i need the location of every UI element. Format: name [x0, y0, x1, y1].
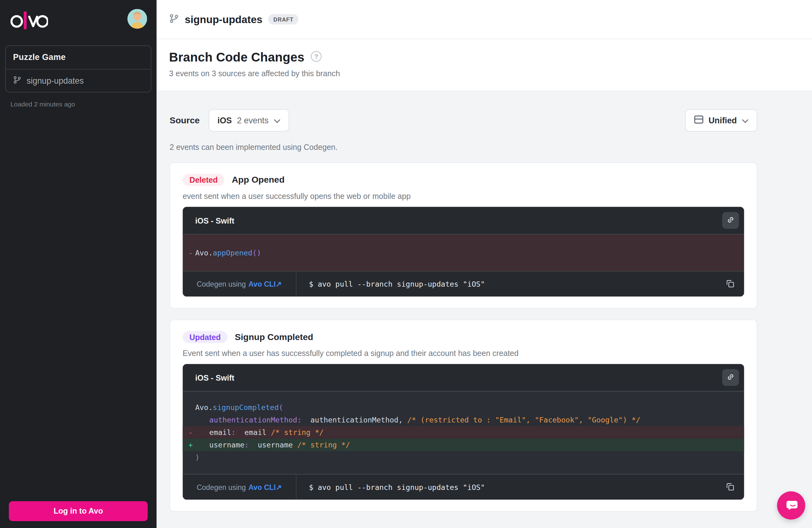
workspace-item[interactable]: Puzzle Game: [5, 46, 151, 69]
unified-view-icon: [694, 115, 704, 126]
sidebar: Puzzle Game signup-updates Loaded: [0, 0, 157, 528]
event-description: Event sent when a user has successfully …: [183, 349, 744, 357]
login-button[interactable]: Log in to Avo: [9, 501, 148, 521]
logo-pink-bar: [24, 12, 27, 29]
app-root: Puzzle Game signup-updates Loaded: [0, 0, 812, 528]
branch-title: signup-updates: [185, 13, 262, 25]
avo-cli-link[interactable]: Avo CLI↗: [248, 483, 282, 491]
code-diff: Avo.signupCompleted( authenticationMetho…: [183, 391, 744, 474]
codegen-footer: Codegen using Avo CLI↗ $ avo pull --bran…: [183, 271, 744, 297]
code-snippet: iOS - Swift: [183, 364, 744, 500]
code-line: Avo.signupCompleted(: [183, 401, 744, 413]
event-name: Signup Completed: [235, 332, 313, 342]
copy-icon: [725, 481, 735, 493]
event-card-signup-completed: Updated Signup Completed Event sent when…: [170, 319, 757, 512]
project-switcher: Puzzle Game signup-updates: [5, 45, 151, 92]
codegen-footer: Codegen using Avo CLI↗ $ avo pull --bran…: [183, 474, 744, 500]
link-icon: [726, 215, 735, 226]
chat-launcher-button[interactable]: [777, 491, 805, 519]
branch-icon: [13, 75, 21, 86]
code-line: ): [183, 451, 744, 464]
code-line-added: + username: username /* string */: [183, 439, 744, 451]
branch-icon: [169, 13, 179, 25]
event-name: App Opened: [232, 174, 285, 185]
page-title: Branch Code Changes: [169, 50, 305, 65]
copy-link-button[interactable]: [722, 212, 739, 229]
link-icon: [726, 372, 735, 383]
chat-bubble-icon: [783, 497, 799, 514]
code-line-removed: - email: email /* string */: [183, 426, 744, 439]
external-link-icon: ↗: [276, 280, 282, 288]
sidebar-branch-label: signup-updates: [27, 76, 84, 85]
loaded-status: Loaded 2 minutes ago: [10, 101, 156, 108]
diff-removed-sign: -: [188, 428, 193, 437]
source-label: Source: [170, 115, 199, 126]
view-mode-value: Unified: [709, 115, 737, 125]
cli-command: $ avo pull --branch signup-updates "iOS": [296, 280, 722, 288]
workspace-name: Puzzle Game: [13, 53, 66, 62]
status-badge: Deleted: [183, 174, 224, 186]
diff-removed-sign: -: [188, 248, 193, 257]
copy-command-button[interactable]: [722, 479, 738, 495]
code-snippet: iOS - Swift: [183, 207, 744, 297]
status-badge: Updated: [183, 331, 228, 343]
external-link-icon: ↗: [276, 483, 282, 491]
copy-command-button[interactable]: [722, 276, 738, 292]
code-language-label: iOS - Swift: [195, 373, 234, 382]
page-head: Branch Code Changes ? 3 events on 3 sour…: [157, 39, 812, 90]
event-card-app-opened: Deleted App Opened event sent when a use…: [170, 162, 757, 309]
avo-logo: [9, 9, 48, 34]
sidebar-branch-item[interactable]: signup-updates: [5, 69, 151, 92]
svg-text:?: ?: [314, 53, 318, 60]
source-dropdown[interactable]: iOS 2 events: [208, 109, 289, 131]
cli-command: $ avo pull --branch signup-updates "iOS": [296, 483, 722, 491]
branch-header: signup-updates DRAFT: [157, 0, 812, 39]
code-language-label: iOS - Swift: [195, 216, 234, 225]
content: Source iOS 2 events Unified: [157, 90, 812, 528]
codegen-note: 2 events can been implemented using Code…: [170, 143, 757, 152]
source-count: 2 events: [237, 115, 269, 125]
chevron-down-icon: [742, 115, 748, 125]
source-value: iOS: [218, 115, 232, 125]
view-mode-dropdown[interactable]: Unified: [685, 109, 757, 131]
code-line: authenticationMethod: authenticationMeth…: [183, 413, 744, 426]
chevron-down-icon: [274, 115, 280, 125]
page-subtitle: 3 events on 3 sources are affected by th…: [169, 69, 799, 78]
main-area: signup-updates DRAFT Branch Code Changes…: [157, 0, 812, 528]
draft-badge: DRAFT: [268, 14, 299, 24]
avo-cli-link[interactable]: Avo CLI↗: [248, 280, 282, 288]
code-diff-removed: - Avo.appOpened(): [183, 234, 744, 271]
copy-icon: [725, 278, 735, 290]
event-description: event sent when a user successfully open…: [183, 192, 744, 200]
copy-link-button[interactable]: [722, 369, 739, 386]
diff-added-sign: +: [188, 441, 193, 449]
user-avatar[interactable]: [127, 9, 147, 29]
help-icon[interactable]: ?: [310, 51, 322, 64]
